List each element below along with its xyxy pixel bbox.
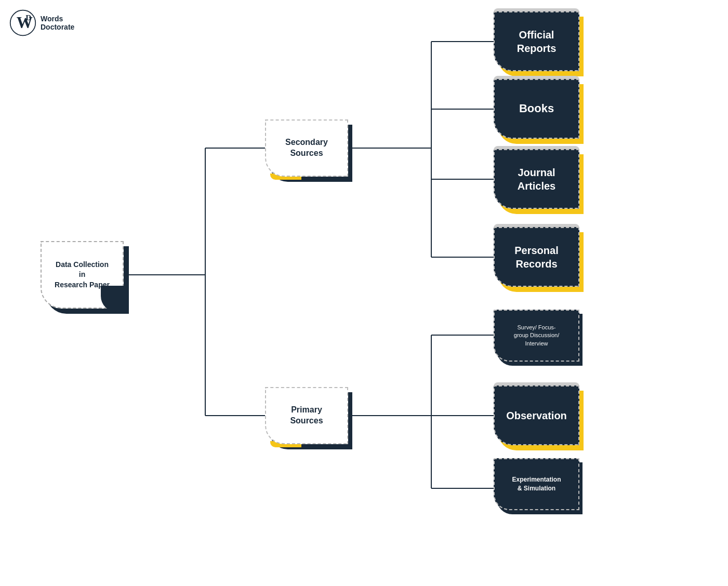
journal-articles-node: JournalArticles: [494, 149, 579, 209]
personal-records-label: PersonalRecords: [514, 244, 558, 271]
personal-records-node: PersonalRecords: [494, 227, 579, 287]
official-reports-node: OfficialReports: [494, 11, 579, 71]
secondary-sources-node: SecondarySources: [265, 119, 348, 177]
logo: W D Words Doctorate: [9, 9, 74, 36]
root-node: Data CollectioninResearch Paper: [41, 241, 124, 309]
official-reports-label: OfficialReports: [517, 28, 557, 55]
journal-articles-label: JournalArticles: [518, 166, 555, 193]
books-node: Books: [494, 79, 579, 139]
svg-text:D: D: [25, 13, 31, 22]
observation-node: Observation: [494, 385, 579, 445]
secondary-sources-label: SecondarySources: [285, 137, 328, 159]
experimentation-node: Experimentation& Simulation: [494, 458, 579, 510]
primary-sources-node: PrimarySources: [265, 387, 348, 444]
experimentation-label: Experimentation& Simulation: [512, 475, 561, 493]
logo-text: Words Doctorate: [41, 15, 74, 31]
observation-label: Observation: [506, 409, 567, 422]
root-label: Data CollectioninResearch Paper: [55, 260, 110, 290]
primary-sources-label: PrimarySources: [290, 405, 323, 427]
books-label: Books: [519, 101, 554, 116]
survey-node: Survey/ Focus-group Discussion/Interview: [494, 310, 579, 362]
survey-label: Survey/ Focus-group Discussion/Interview: [514, 324, 559, 348]
logo-icon: W D: [9, 9, 36, 36]
